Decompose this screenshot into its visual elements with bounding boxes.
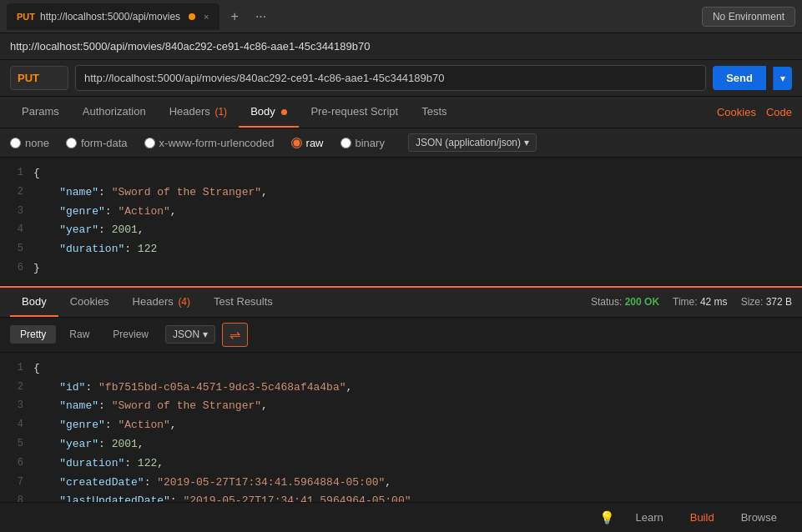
url-input[interactable] xyxy=(75,65,706,91)
response-tab-cookies[interactable]: Cookies xyxy=(58,288,121,317)
request-tabs-bar: Params Authorization Headers (1) Body Pr… xyxy=(0,97,802,128)
chevron-down-icon: ▾ xyxy=(203,329,208,340)
req-line-5: 5 "duration": 122 xyxy=(0,240,802,259)
code-link[interactable]: Code xyxy=(766,106,792,118)
beautify-button[interactable]: ⇌ xyxy=(222,323,248,347)
res-line-3: 3 "name": "Sword of the Stranger", xyxy=(0,397,802,416)
request-tab[interactable]: PUT http://localhost:5000/api/movies × xyxy=(7,3,219,30)
body-active-dot xyxy=(281,109,287,115)
tab-close-icon[interactable]: × xyxy=(204,12,209,22)
send-button[interactable]: Send xyxy=(713,66,766,90)
tab-method: PUT xyxy=(17,12,35,22)
unsaved-dot xyxy=(189,13,195,20)
method-select[interactable]: PUT GET POST DELETE PATCH xyxy=(10,66,68,90)
res-line-7: 7 "createdDate": "2019-05-27T17:34:41.59… xyxy=(0,474,802,493)
res-line-5: 5 "year": 2001, xyxy=(0,435,802,454)
url-breadcrumb: http://localhost:5000/api/movies/840ac29… xyxy=(0,33,802,60)
res-line-1: 1 { xyxy=(0,359,802,379)
chevron-down-icon: ▾ xyxy=(524,137,529,148)
req-line-1: 1 { xyxy=(0,164,802,183)
tab-headers[interactable]: Headers (1) xyxy=(158,97,239,128)
tab-body[interactable]: Body xyxy=(239,97,299,128)
tab-actions: + ··· xyxy=(226,8,272,26)
environment-selector[interactable]: No Environment xyxy=(702,7,795,27)
response-tabs-bar: Body Cookies Headers (4) Test Results St… xyxy=(0,286,802,318)
browse-button[interactable]: Browse xyxy=(729,508,789,527)
learn-button[interactable]: Learn xyxy=(623,508,674,527)
status-time: 42 ms xyxy=(700,296,728,308)
req-line-2: 2 "name": "Sword of the Stranger", xyxy=(0,183,802,203)
request-bar: PUT GET POST DELETE PATCH Send ▾ xyxy=(0,60,802,97)
res-line-2: 2 "id": "fb7515bd-c05a-4571-9dc3-5c468af… xyxy=(0,379,802,398)
tab-authorization[interactable]: Authorization xyxy=(71,97,158,128)
res-line-4: 4 "genre": "Action", xyxy=(0,416,802,435)
view-raw-button[interactable]: Raw xyxy=(59,325,99,344)
view-preview-button[interactable]: Preview xyxy=(103,325,159,344)
option-none[interactable]: none xyxy=(10,137,49,149)
cookies-link[interactable]: Cookies xyxy=(717,106,756,118)
body-options: none form-data x-www-form-urlencoded raw… xyxy=(0,128,802,158)
req-line-4: 4 "year": 2001, xyxy=(0,221,802,240)
bottom-bar: 💡 Learn Build Browse xyxy=(0,502,802,532)
json-type-dropdown[interactable]: JSON (application/json) ▾ xyxy=(408,133,537,152)
tab-pre-request[interactable]: Pre-request Script xyxy=(299,97,410,128)
headers-badge: (1) xyxy=(214,106,227,118)
response-view-bar: Pretty Raw Preview JSON ▾ ⇌ xyxy=(0,318,802,353)
top-bar: PUT http://localhost:5000/api/movies × +… xyxy=(0,0,802,33)
new-tab-button[interactable]: + xyxy=(226,8,244,26)
send-dropdown-button[interactable]: ▾ xyxy=(773,67,792,90)
response-headers-badge: (4) xyxy=(178,296,190,308)
tabs-right: Cookies Code xyxy=(717,106,792,118)
req-line-6: 6 } xyxy=(0,259,802,279)
lightbulb-icon: 💡 xyxy=(599,510,615,525)
response-status: Status: 200 OK Time: 42 ms Size: 372 B xyxy=(591,296,792,308)
more-options-button[interactable]: ··· xyxy=(250,8,271,26)
res-line-6: 6 "duration": 122, xyxy=(0,454,802,474)
option-binary[interactable]: binary xyxy=(340,137,385,149)
response-tab-body[interactable]: Body xyxy=(10,288,58,317)
status-size: 372 B xyxy=(766,296,792,308)
status-value: 200 OK xyxy=(625,296,659,308)
tab-url: http://localhost:5000/api/movies xyxy=(40,11,180,23)
view-pretty-button[interactable]: Pretty xyxy=(10,325,56,344)
response-tab-headers[interactable]: Headers (4) xyxy=(121,288,202,317)
response-json-dropdown[interactable]: JSON ▾ xyxy=(165,325,215,344)
option-urlencoded[interactable]: x-www-form-urlencoded xyxy=(144,137,275,149)
tab-params[interactable]: Params xyxy=(10,97,71,128)
build-button[interactable]: Build xyxy=(678,508,726,527)
option-raw[interactable]: raw xyxy=(291,137,324,149)
option-form-data[interactable]: form-data xyxy=(66,137,128,149)
tab-tests[interactable]: Tests xyxy=(410,97,458,128)
request-body-editor[interactable]: 1 { 2 "name": "Sword of the Stranger", 3… xyxy=(0,158,802,286)
req-line-3: 3 "genre": "Action", xyxy=(0,203,802,222)
response-tab-test-results[interactable]: Test Results xyxy=(202,288,285,317)
